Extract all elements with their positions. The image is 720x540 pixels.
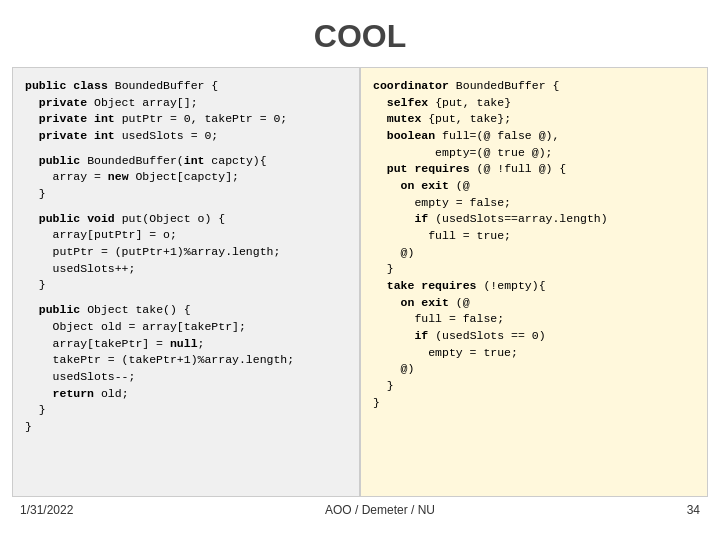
- code-line: array = new Object[capcty];: [25, 169, 347, 186]
- code-line: public Object take() {: [25, 302, 347, 319]
- code-line: }: [25, 277, 347, 294]
- code-line: empty = false;: [373, 195, 695, 212]
- code-line: if (usedSlots == 0): [373, 328, 695, 345]
- code-line: takePtr = (takePtr+1)%array.length;: [25, 352, 347, 369]
- code-line: [25, 203, 347, 211]
- code-line: putPtr = (putPtr+1)%array.length;: [25, 244, 347, 261]
- code-line: on exit (@: [373, 295, 695, 312]
- code-line: mutex {put, take};: [373, 111, 695, 128]
- code-line: put requires (@ !full @) {: [373, 161, 695, 178]
- code-line: Object old = array[takePtr];: [25, 319, 347, 336]
- code-line: empty = true;: [373, 345, 695, 362]
- code-line: }: [25, 186, 347, 203]
- code-line: coordinator BoundedBuffer {: [373, 78, 695, 95]
- code-line: array[putPtr] = o;: [25, 227, 347, 244]
- code-line: full = true;: [373, 228, 695, 245]
- code-line: }: [373, 378, 695, 395]
- code-line: [25, 145, 347, 153]
- page-title: COOL: [0, 0, 720, 67]
- code-line: }: [373, 395, 695, 412]
- code-line: return old;: [25, 386, 347, 403]
- code-line: public void put(Object o) {: [25, 211, 347, 228]
- code-line: private Object array[];: [25, 95, 347, 112]
- code-line: public BoundedBuffer(int capcty){: [25, 153, 347, 170]
- footer-date: 1/31/2022: [20, 503, 73, 517]
- code-line: on exit (@: [373, 178, 695, 195]
- code-line: empty=(@ true @);: [373, 145, 695, 162]
- footer: 1/31/2022 AOO / Demeter / NU 34: [0, 497, 720, 517]
- code-line: private int usedSlots = 0;: [25, 128, 347, 145]
- code-line: private int putPtr = 0, takePtr = 0;: [25, 111, 347, 128]
- content-area: public class BoundedBuffer { private Obj…: [0, 67, 720, 497]
- code-line: }: [25, 419, 347, 436]
- code-line: if (usedSlots==array.length): [373, 211, 695, 228]
- code-line: @): [373, 361, 695, 378]
- code-line: usedSlots--;: [25, 369, 347, 386]
- code-line: }: [25, 402, 347, 419]
- code-line: take requires (!empty){: [373, 278, 695, 295]
- code-line: public class BoundedBuffer {: [25, 78, 347, 95]
- code-line: usedSlots++;: [25, 261, 347, 278]
- footer-course: AOO / Demeter / NU: [325, 503, 435, 517]
- left-code-panel: public class BoundedBuffer { private Obj…: [12, 67, 360, 497]
- code-line: selfex {put, take}: [373, 95, 695, 112]
- code-line: boolean full=(@ false @),: [373, 128, 695, 145]
- code-line: array[takePtr] = null;: [25, 336, 347, 353]
- code-line: @): [373, 245, 695, 262]
- code-line: full = false;: [373, 311, 695, 328]
- code-line: }: [373, 261, 695, 278]
- code-line: [25, 294, 347, 302]
- footer-slide-number: 34: [687, 503, 700, 517]
- right-code-panel: coordinator BoundedBuffer { selfex {put,…: [360, 67, 708, 497]
